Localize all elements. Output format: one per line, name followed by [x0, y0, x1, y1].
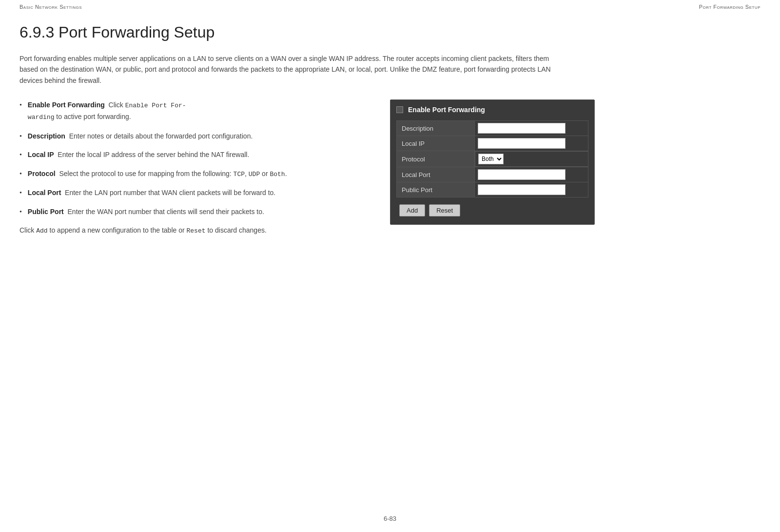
page-number: 6-83 [384, 515, 396, 522]
local-ip-input[interactable] [478, 138, 566, 149]
term-enable-port-forwarding: Enable Port Forwarding [28, 101, 105, 109]
panel-header: Enable Port Forwarding [396, 106, 588, 114]
input-cell-public-port [475, 182, 588, 197]
panel-buttons: Add Reset [396, 202, 588, 218]
field-row-description: Description [397, 121, 588, 136]
term-local-port: Local Port [28, 189, 61, 197]
left-content: Enable Port Forwarding Click Enable Port… [20, 99, 361, 236]
click-note: Click Add to append a new configuration … [20, 225, 361, 236]
list-item-description: Description Enter notes or details about… [20, 131, 361, 141]
code-both: Both [270, 171, 285, 178]
term-description: Description [28, 132, 65, 140]
input-cell-protocol: Both TCP UDP [475, 151, 588, 167]
reset-button[interactable]: Reset [429, 204, 460, 217]
local-port-input[interactable] [478, 169, 566, 180]
list-item-public-port: Public Port Enter the WAN port number th… [20, 206, 361, 217]
page-content: 6.9.3 Port Forwarding Setup Port forward… [0, 14, 780, 256]
label-local-port: Local Port [397, 167, 475, 182]
router-panel: Enable Port Forwarding Description Local… [390, 99, 595, 225]
list-item-protocol: Protocol Select the protocol to use for … [20, 168, 361, 180]
code-udp: UDP [249, 171, 260, 178]
term-public-port: Public Port [28, 208, 64, 216]
right-content: Enable Port Forwarding Description Local… [390, 99, 595, 225]
code-reset: Reset [187, 227, 206, 235]
list-item-local-port: Local Port Enter the LAN port number tha… [20, 187, 361, 198]
page-footer: 6-83 [384, 515, 396, 522]
page-header: Basic Network Settings Port Forwarding S… [0, 0, 780, 14]
input-cell-description [475, 121, 588, 136]
bullet-list: Enable Port Forwarding Click Enable Port… [20, 99, 361, 217]
list-item-local-ip: Local IP Enter the local IP address of t… [20, 149, 361, 160]
code-protocol-options: TCP [234, 171, 245, 178]
term-local-ip: Local IP [28, 151, 54, 158]
field-row-local-port: Local Port [397, 167, 588, 182]
field-row-public-port: Public Port [397, 182, 588, 197]
page-title: 6.9.3 Port Forwarding Setup [20, 23, 760, 41]
list-item-enable-port-forwarding: Enable Port Forwarding Click Enable Port… [20, 99, 361, 123]
code-add: Add [36, 227, 47, 235]
intro-paragraph: Port forwarding enables multiple server … [20, 53, 556, 86]
public-port-input[interactable] [478, 184, 566, 195]
term-protocol: Protocol [28, 170, 56, 177]
header-right: Port Forwarding Setup [699, 4, 760, 10]
field-row-protocol: Protocol Both TCP UDP [397, 151, 588, 167]
main-layout: Enable Port Forwarding Click Enable Port… [20, 99, 760, 236]
field-row-local-ip: Local IP [397, 136, 588, 151]
label-description: Description [397, 121, 475, 136]
input-cell-local-ip [475, 136, 588, 151]
protocol-select[interactable]: Both TCP UDP [478, 154, 504, 164]
form-table: Description Local IP Proto [396, 120, 588, 197]
label-public-port: Public Port [397, 182, 475, 197]
header-left: Basic Network Settings [20, 4, 82, 10]
label-local-ip: Local IP [397, 136, 475, 151]
description-input[interactable] [478, 123, 566, 134]
input-cell-local-port [475, 167, 588, 182]
label-protocol: Protocol [397, 151, 475, 167]
panel-title: Enable Port Forwarding [408, 106, 485, 114]
add-button[interactable]: Add [399, 204, 425, 217]
enable-port-forwarding-checkbox[interactable] [396, 106, 403, 113]
